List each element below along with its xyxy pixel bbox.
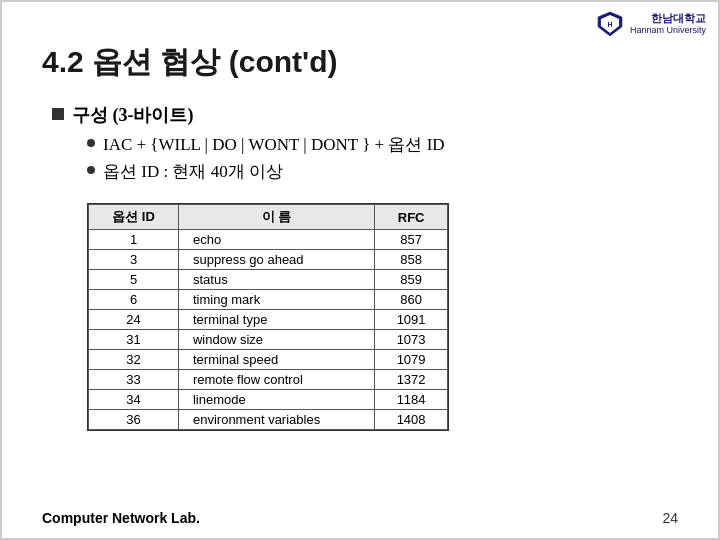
cell-id: 34 — [89, 390, 179, 410]
options-table: 옵션 ID 이 름 RFC 1echo8573suppress go ahead… — [88, 204, 448, 430]
bullet-dot-icon-2 — [87, 166, 95, 174]
cell-name: remote flow control — [178, 370, 374, 390]
university-shield-icon: H — [596, 10, 624, 38]
table-row: 34linemode1184 — [89, 390, 448, 410]
cell-rfc: 858 — [375, 250, 448, 270]
cell-rfc: 857 — [375, 230, 448, 250]
sub-bullet-2: 옵션 ID : 현재 40개 이상 — [87, 160, 678, 183]
bullet-section: 구성 (3-바이트) IAC + {WILL | DO | WONT | DON… — [52, 103, 678, 435]
cell-id: 36 — [89, 410, 179, 430]
table-row: 6timing mark860 — [89, 290, 448, 310]
cell-rfc: 1184 — [375, 390, 448, 410]
cell-id: 1 — [89, 230, 179, 250]
cell-rfc: 859 — [375, 270, 448, 290]
cell-rfc: 1372 — [375, 370, 448, 390]
cell-name: echo — [178, 230, 374, 250]
options-table-container: 옵션 ID 이 름 RFC 1echo8573suppress go ahead… — [87, 203, 449, 431]
cell-rfc: 860 — [375, 290, 448, 310]
cell-id: 33 — [89, 370, 179, 390]
slide-title: 4.2 옵션 협상 (cont'd) — [42, 42, 678, 83]
cell-rfc: 1079 — [375, 350, 448, 370]
cell-name: status — [178, 270, 374, 290]
cell-rfc: 1091 — [375, 310, 448, 330]
cell-id: 3 — [89, 250, 179, 270]
col-header-id: 옵션 ID — [89, 205, 179, 230]
cell-id: 24 — [89, 310, 179, 330]
col-header-name: 이 름 — [178, 205, 374, 230]
cell-id: 5 — [89, 270, 179, 290]
logo: H 한남대학교 Hannam University — [596, 10, 706, 38]
table-row: 1echo857 — [89, 230, 448, 250]
cell-name: timing mark — [178, 290, 374, 310]
svg-text:H: H — [607, 21, 612, 28]
cell-rfc: 1408 — [375, 410, 448, 430]
table-row: 31window size1073 — [89, 330, 448, 350]
university-name: 한남대학교 Hannam University — [630, 11, 706, 37]
cell-name: terminal speed — [178, 350, 374, 370]
cell-name: window size — [178, 330, 374, 350]
footer-lab-name: Computer Network Lab. — [42, 510, 200, 526]
col-header-rfc: RFC — [375, 205, 448, 230]
cell-id: 6 — [89, 290, 179, 310]
table-row: 33remote flow control1372 — [89, 370, 448, 390]
bullet-square-icon — [52, 108, 64, 120]
table-row: 24terminal type1091 — [89, 310, 448, 330]
sub-bullet-1: IAC + {WILL | DO | WONT | DONT } + 옵션 ID — [87, 133, 678, 156]
footer: Computer Network Lab. 24 — [42, 510, 678, 526]
cell-name: terminal type — [178, 310, 374, 330]
table-row: 5status859 — [89, 270, 448, 290]
cell-rfc: 1073 — [375, 330, 448, 350]
table-row: 32terminal speed1079 — [89, 350, 448, 370]
cell-name: linemode — [178, 390, 374, 410]
cell-name: suppress go ahead — [178, 250, 374, 270]
main-bullet: 구성 (3-바이트) — [52, 103, 678, 127]
sub-bullet-list: IAC + {WILL | DO | WONT | DONT } + 옵션 ID… — [87, 133, 678, 183]
table-row: 36environment variables1408 — [89, 410, 448, 430]
footer-page-number: 24 — [662, 510, 678, 526]
bullet-dot-icon-1 — [87, 139, 95, 147]
cell-id: 31 — [89, 330, 179, 350]
cell-id: 32 — [89, 350, 179, 370]
cell-name: environment variables — [178, 410, 374, 430]
table-row: 3suppress go ahead858 — [89, 250, 448, 270]
